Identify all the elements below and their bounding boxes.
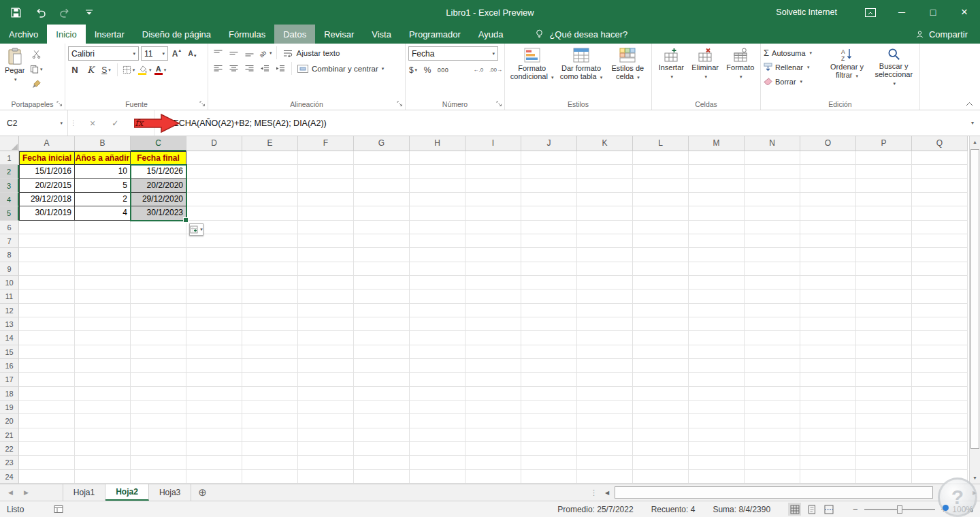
cell-E4[interactable] bbox=[242, 193, 298, 206]
ribbon-tab-inicio[interactable]: Inicio bbox=[47, 25, 85, 44]
ribbon-tab-programador[interactable]: Programador bbox=[400, 25, 470, 44]
cell-Q6[interactable] bbox=[912, 221, 968, 234]
row-header-2[interactable]: 2 bbox=[0, 165, 19, 178]
row-header-20[interactable]: 20 bbox=[0, 414, 19, 428]
cell-C16[interactable] bbox=[131, 359, 186, 373]
cell-K16[interactable] bbox=[577, 359, 633, 373]
cell-H2[interactable] bbox=[410, 165, 466, 178]
cell-K23[interactable] bbox=[577, 456, 633, 469]
cell-C20[interactable] bbox=[131, 414, 186, 428]
cell-M8[interactable] bbox=[689, 248, 745, 262]
cell-G24[interactable] bbox=[354, 470, 410, 484]
format-as-table-button[interactable]: Dar formato como tabla ▾ bbox=[557, 46, 606, 83]
cell-H19[interactable] bbox=[410, 401, 466, 414]
cell-L2[interactable] bbox=[633, 165, 689, 178]
align-right-icon[interactable] bbox=[242, 62, 256, 75]
cell-P22[interactable] bbox=[856, 442, 912, 456]
cell-P3[interactable] bbox=[856, 179, 912, 193]
cell-D16[interactable] bbox=[186, 359, 242, 373]
cell-G5[interactable] bbox=[354, 206, 410, 220]
formula-input[interactable]: =FECHA(AÑO(A2)+B2; MES(A2); DIA(A2)) bbox=[154, 110, 965, 136]
cell-H1[interactable] bbox=[410, 151, 466, 165]
cell-J21[interactable] bbox=[521, 428, 577, 442]
row-header-15[interactable]: 15 bbox=[0, 345, 19, 359]
row-header-11[interactable]: 11 bbox=[0, 289, 19, 303]
collapse-ribbon-button[interactable] bbox=[966, 101, 973, 106]
cell-P24[interactable] bbox=[856, 470, 912, 484]
cell-I20[interactable] bbox=[466, 414, 521, 428]
cell-G11[interactable] bbox=[354, 289, 410, 303]
cell-E21[interactable] bbox=[242, 428, 298, 442]
cell-P2[interactable] bbox=[856, 165, 912, 178]
cell-B10[interactable] bbox=[75, 276, 131, 289]
cell-P23[interactable] bbox=[856, 456, 912, 469]
cell-Q8[interactable] bbox=[912, 248, 968, 262]
cell-B19[interactable] bbox=[75, 401, 131, 414]
cell-H8[interactable] bbox=[410, 248, 466, 262]
cell-K10[interactable] bbox=[577, 276, 633, 289]
row-header-16[interactable]: 16 bbox=[0, 359, 19, 373]
column-header-I[interactable]: I bbox=[466, 136, 521, 151]
cell-M21[interactable] bbox=[689, 428, 745, 442]
column-header-E[interactable]: E bbox=[242, 136, 298, 151]
font-size-combo[interactable]: 11▾ bbox=[141, 46, 168, 61]
cell-O20[interactable] bbox=[800, 414, 856, 428]
column-header-M[interactable]: M bbox=[689, 136, 745, 151]
column-header-P[interactable]: P bbox=[856, 136, 912, 151]
cell-G20[interactable] bbox=[354, 414, 410, 428]
cell-M13[interactable] bbox=[689, 317, 745, 331]
cell-K14[interactable] bbox=[577, 331, 633, 345]
cell-I21[interactable] bbox=[466, 428, 521, 442]
cell-D18[interactable] bbox=[186, 387, 242, 401]
cell-D1[interactable] bbox=[186, 151, 242, 165]
cell-C9[interactable] bbox=[131, 262, 186, 276]
cell-E20[interactable] bbox=[242, 414, 298, 428]
cell-P1[interactable] bbox=[856, 151, 912, 165]
cell-D7[interactable] bbox=[186, 234, 242, 248]
cell-B20[interactable] bbox=[75, 414, 131, 428]
column-header-A[interactable]: A bbox=[19, 136, 75, 151]
cell-H5[interactable] bbox=[410, 206, 466, 220]
cell-C3[interactable]: 20/2/2020 bbox=[131, 179, 186, 193]
cell-A16[interactable] bbox=[19, 359, 75, 373]
cell-Q19[interactable] bbox=[912, 401, 968, 414]
cell-A14[interactable] bbox=[19, 331, 75, 345]
cell-M5[interactable] bbox=[689, 206, 745, 220]
cell-A10[interactable] bbox=[19, 276, 75, 289]
cell-M6[interactable] bbox=[689, 221, 745, 234]
cell-D13[interactable] bbox=[186, 317, 242, 331]
row-header-1[interactable]: 1 bbox=[0, 151, 19, 165]
insert-cells-button[interactable]: Insertar▾ bbox=[657, 46, 686, 82]
cell-A5[interactable]: 30/1/2019 bbox=[19, 206, 75, 220]
cell-H16[interactable] bbox=[410, 359, 466, 373]
cell-M10[interactable] bbox=[689, 276, 745, 289]
cell-E23[interactable] bbox=[242, 456, 298, 469]
cell-H18[interactable] bbox=[410, 387, 466, 401]
cell-F15[interactable] bbox=[298, 345, 354, 359]
cell-I9[interactable] bbox=[466, 262, 521, 276]
cell-N16[interactable] bbox=[745, 359, 800, 373]
cell-N2[interactable] bbox=[745, 165, 800, 178]
cell-I10[interactable] bbox=[466, 276, 521, 289]
cell-P8[interactable] bbox=[856, 248, 912, 262]
cell-O10[interactable] bbox=[800, 276, 856, 289]
increase-indent-icon[interactable] bbox=[274, 62, 287, 75]
cell-K3[interactable] bbox=[577, 179, 633, 193]
cell-G6[interactable] bbox=[354, 221, 410, 234]
row-header-3[interactable]: 3 bbox=[0, 179, 19, 193]
merge-center-icon[interactable] bbox=[296, 62, 310, 75]
cell-A13[interactable] bbox=[19, 317, 75, 331]
row-header-13[interactable]: 13 bbox=[0, 317, 19, 331]
ribbon-tab-ayuda[interactable]: Ayuda bbox=[470, 25, 512, 44]
cell-N15[interactable] bbox=[745, 345, 800, 359]
cell-I23[interactable] bbox=[466, 456, 521, 469]
zoom-slider-knob[interactable] bbox=[897, 505, 902, 514]
vertical-scrollbar[interactable]: ▲ ▼ bbox=[969, 136, 980, 484]
cell-P10[interactable] bbox=[856, 276, 912, 289]
cell-D3[interactable] bbox=[186, 179, 242, 193]
cell-L9[interactable] bbox=[633, 262, 689, 276]
cell-C5[interactable]: 30/1/2023 bbox=[131, 206, 186, 220]
cell-K4[interactable] bbox=[577, 193, 633, 206]
customize-quick-access-icon[interactable] bbox=[83, 6, 95, 18]
cell-G14[interactable] bbox=[354, 331, 410, 345]
